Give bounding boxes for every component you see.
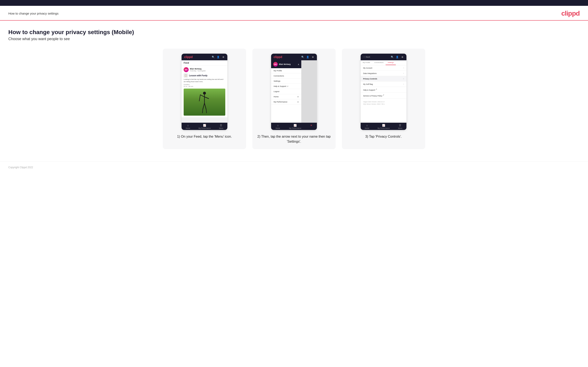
settings-mygolfbag-label: My Golf Bag bbox=[363, 83, 373, 85]
tab-menu-label-3: Menu bbox=[398, 127, 402, 129]
tab-home-2: ⌂ Home bbox=[276, 124, 280, 129]
settings-privacycontrols-label: Privacy Controls bbox=[363, 78, 377, 80]
breadcrumb: How to change your privacy settings bbox=[8, 12, 59, 15]
performance-icon-2: 📈 bbox=[294, 124, 297, 127]
feed-username: Blair McHarg bbox=[190, 68, 206, 70]
service-ext-icon: ↗ bbox=[383, 94, 384, 96]
myaccount-chevron: › bbox=[403, 67, 404, 69]
performance-icon: 📈 bbox=[203, 124, 206, 127]
menu-item-settings[interactable]: Settings bbox=[271, 79, 301, 84]
settings-item-myaccount[interactable]: My Account › bbox=[361, 65, 406, 71]
settings-list: My Account › Data Integrations › Privacy… bbox=[361, 65, 406, 99]
user-icon: 👤 bbox=[216, 55, 220, 59]
step-1-card: clippd 🔍 👤 ⊕ Feed BM bbox=[163, 49, 246, 149]
svg-line-6 bbox=[205, 103, 206, 109]
mygolfbag-chevron: › bbox=[403, 83, 404, 85]
phone-1-icons: 🔍 👤 ⊕ bbox=[212, 55, 225, 59]
menu-section-performance[interactable]: My Performance ∨ bbox=[271, 99, 301, 105]
home-icon-3: ⌂ bbox=[366, 124, 368, 127]
settings-tabs: My Profile Connections Settings bbox=[361, 60, 406, 65]
tab-myprofile[interactable]: My Profile bbox=[361, 60, 372, 65]
tab-close-2[interactable]: ✕ bbox=[310, 124, 312, 129]
menu-home-chevron: ∨ bbox=[297, 96, 299, 98]
phone-mockup-2: clippd 🔍 👤 ⊕ BM Blair McHarg bbox=[271, 54, 317, 130]
feed-header: Feed bbox=[182, 60, 227, 66]
phone-3-body: My Profile Connections Settings My Accou… bbox=[361, 60, 406, 123]
menu-performance-chevron: ∨ bbox=[297, 101, 299, 103]
tab-performance-3: 📈 My Performance bbox=[378, 124, 390, 129]
menu-overlay: BM Blair McHarg ∧ My Profile Connections… bbox=[271, 60, 317, 123]
svg-line-7 bbox=[202, 109, 203, 113]
home-icon: ⌂ bbox=[187, 124, 189, 127]
menu-icon: ☰ bbox=[220, 124, 222, 127]
header: How to change your privacy settings clip… bbox=[0, 6, 588, 21]
phone-2-icons: 🔍 👤 ⊕ bbox=[301, 55, 314, 59]
phone-2-nav: clippd 🔍 👤 ⊕ bbox=[271, 54, 317, 60]
search-icon: 🔍 bbox=[212, 55, 215, 59]
svg-line-2 bbox=[200, 95, 205, 97]
phone-1-body: Feed BM Blair McHarg Yesterday · Sunning… bbox=[182, 60, 227, 123]
menu-item-helpsupport[interactable]: Help & Support ↗ bbox=[271, 84, 301, 89]
top-bar bbox=[0, 0, 588, 6]
settings-item-helpsupport[interactable]: Help & Support ↗ bbox=[361, 87, 406, 93]
search-icon-3: 🔍 bbox=[391, 55, 394, 59]
logo: clippd bbox=[561, 9, 580, 17]
settings-item-dataintegrations[interactable]: Data Integrations › bbox=[361, 71, 406, 76]
feed-post: BM Blair McHarg Yesterday · Sunningdale … bbox=[182, 66, 227, 117]
back-chevron: ‹ bbox=[363, 56, 364, 58]
settings-icon-2: ⊕ bbox=[311, 55, 314, 59]
phone-3-tab-bar: ⌂ Home 📈 My Performance ☰ Menu bbox=[361, 123, 406, 130]
user-icon-2: 👤 bbox=[306, 55, 309, 59]
tab-performance-label-2: My Performance bbox=[289, 127, 301, 129]
page-subtitle: Choose what you want people to see bbox=[8, 37, 580, 41]
copyright: Copyright Clippd 2022 bbox=[8, 166, 33, 169]
phone-2-tab-bar: ⌂ Home 📈 My Performance ✕ bbox=[271, 123, 317, 130]
svg-line-4 bbox=[205, 97, 209, 99]
menu-avatar: BM bbox=[273, 62, 278, 67]
external-link-icon: ↗ bbox=[287, 85, 288, 87]
settings-item-mygolfbag[interactable]: My Golf Bag › bbox=[361, 82, 406, 87]
privacycontrols-chevron: › bbox=[403, 78, 404, 80]
main-content: How to change your privacy settings (Mob… bbox=[0, 21, 588, 162]
menu-section-home[interactable]: Home ∨ bbox=[271, 94, 301, 99]
footer: Copyright Clippd 2022 bbox=[0, 162, 588, 173]
lesson-icon: 📋 bbox=[184, 73, 188, 78]
close-icon: ✕ bbox=[310, 124, 312, 127]
step-2-description: 2) Then, tap the arrow next to your name… bbox=[257, 134, 331, 144]
menu-item-connections[interactable]: Connections bbox=[271, 73, 301, 79]
svg-point-0 bbox=[203, 92, 206, 95]
menu-panel: BM Blair McHarg ∧ My Profile Connections… bbox=[271, 60, 301, 123]
feed-location: Yesterday · Sunningdale bbox=[190, 70, 206, 72]
server-version: GQL Server Version: 2022.7.30-1 bbox=[363, 103, 404, 105]
tab-performance-label-3: My Performance bbox=[378, 127, 390, 129]
menu-item-logout[interactable]: Logout bbox=[271, 89, 301, 94]
search-icon-2: 🔍 bbox=[301, 55, 304, 59]
page-title: How to change your privacy settings (Mob… bbox=[8, 29, 580, 35]
feed-duration: Duration 01 hr : 30 min bbox=[184, 83, 225, 87]
menu-item-myprofile[interactable]: My Profile bbox=[271, 68, 301, 73]
settings-helpsupport-label: Help & Support ↗ bbox=[363, 88, 377, 91]
steps-container: clippd 🔍 👤 ⊕ Feed BM bbox=[8, 49, 580, 149]
home-icon-2: ⌂ bbox=[277, 124, 279, 127]
feed-description: Looking to feel like my hands are exitin… bbox=[184, 78, 225, 83]
settings-item-privacycontrols[interactable]: Privacy Controls › bbox=[361, 76, 406, 82]
tab-home-1: ⌂ Home bbox=[186, 124, 190, 129]
user-icon-3: 👤 bbox=[396, 55, 399, 59]
step-2-card: clippd 🔍 👤 ⊕ BM Blair McHarg bbox=[252, 49, 336, 149]
feed-lesson-title: 📋 Lesson with Fordy bbox=[184, 73, 225, 78]
phone-3-icons: 🔍 👤 ⊕ bbox=[391, 55, 404, 59]
performance-icon-3: 📈 bbox=[382, 124, 385, 127]
tab-settings[interactable]: Settings bbox=[386, 60, 396, 65]
tab-performance-2: 📈 My Performance bbox=[289, 124, 301, 129]
menu-performance-label: My Performance bbox=[274, 101, 287, 103]
menu-user-row: BM Blair McHarg ∧ bbox=[271, 60, 301, 68]
phone-2-logo: clippd bbox=[274, 55, 282, 59]
back-button[interactable]: ‹ < Back bbox=[363, 56, 370, 58]
tab-menu-label-1: Menu bbox=[219, 127, 223, 129]
tab-performance-label-1: My Performance bbox=[199, 127, 211, 129]
client-version: Clippd Client Version: 2022.8.3-3 bbox=[363, 101, 404, 103]
settings-item-serviceprivacy[interactable]: Service & Privacy Policy ↗ bbox=[361, 93, 406, 99]
step-3-description: 3) Tap 'Privacy Controls'. bbox=[365, 134, 402, 139]
tab-connections[interactable]: Connections bbox=[372, 60, 386, 65]
feed-user-row: BM Blair McHarg Yesterday · Sunningdale bbox=[184, 67, 225, 72]
